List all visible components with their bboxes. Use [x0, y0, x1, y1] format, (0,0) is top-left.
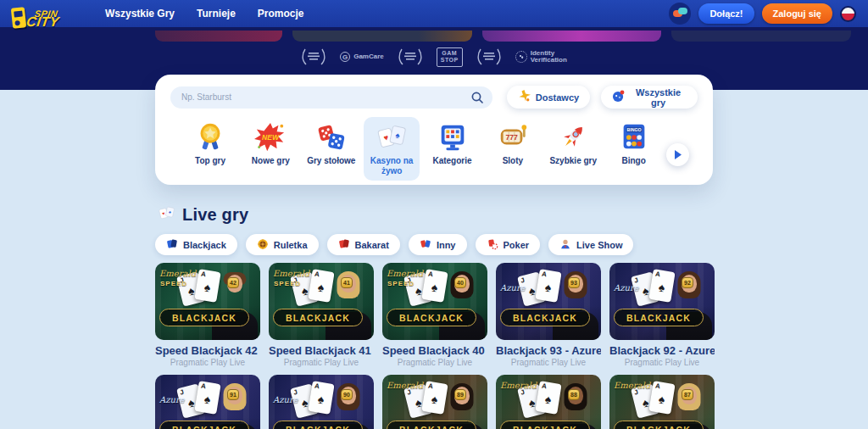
login-button[interactable]: Zaloguj się — [762, 3, 832, 24]
page: SPIN CITY Wszystkie Gry Turnieje Promocj… — [0, 0, 868, 429]
game-card[interactable]: Azure J♠ A♠ 92 BLACKJACK Blackjack 92 - … — [609, 263, 715, 367]
category-row: Top gry NEW Nowe gry Gry stołowe ♥♠ Kasy… — [170, 117, 698, 181]
live-filters-row: Blackjack Ruletka Bakarat Inny Poker Liv… — [155, 234, 633, 255]
playing-cards-icon: J♠ A♠ — [632, 270, 683, 309]
banner-sliver — [292, 31, 472, 42]
nav-link-promotions[interactable]: Promocje — [258, 8, 304, 20]
gamcare-badge: G GamCare — [340, 52, 384, 62]
category-item-gry-sto-owe[interactable]: Gry stołowe — [303, 117, 359, 170]
filter-chip-inny[interactable]: Inny — [409, 234, 467, 255]
category-item-nowe-gry[interactable]: NEW Nowe gry — [242, 117, 298, 170]
game-title: Speed Blackjack 42 - ... — [155, 344, 260, 357]
table-number-badge: 90 — [341, 389, 353, 400]
blackjack-icon — [166, 238, 178, 252]
game-brand-script: Azure — [500, 283, 526, 292]
game-name-plate: BLACKJACK — [387, 421, 476, 429]
svg-text:BINGO: BINGO — [626, 127, 641, 132]
spincity-logo[interactable]: SPIN CITY — [12, 1, 85, 35]
providers-spark-icon — [518, 90, 531, 104]
game-thumbnail: Emerald J♠ A♠ 88 BLACKJACK — [496, 375, 601, 429]
all-games-controller-icon — [612, 90, 625, 104]
support-chat-icon[interactable] — [669, 3, 691, 25]
game-card[interactable]: Emerald J♠ A♠ 87 BLACKJACK — [609, 375, 715, 429]
nav-link-tournaments[interactable]: Turnieje — [197, 8, 236, 20]
table-number-badge: 89 — [454, 389, 466, 400]
category-item-top-gry[interactable]: Top gry — [182, 117, 238, 170]
game-provider: Pragmatic Play Live — [496, 358, 601, 367]
award-laurel-icon — [476, 47, 502, 66]
game-name-plate: BLACKJACK — [387, 309, 476, 326]
banner-sliver — [155, 31, 282, 42]
filter-chip-ruletka[interactable]: Ruletka — [246, 234, 319, 255]
table-number-badge: 88 — [568, 389, 580, 400]
table-number-badge: 42 — [227, 277, 239, 288]
game-title: Blackjack 93 - Azure — [496, 344, 601, 357]
category-item-bingo[interactable]: BINGO Bingo — [606, 117, 662, 170]
award-laurel-icon — [398, 47, 423, 66]
filter-chip-blackjack[interactable]: Blackjack — [155, 234, 237, 255]
filter-chip-bakarat[interactable]: Bakarat — [327, 234, 400, 255]
roulette-icon — [257, 238, 269, 252]
banner-sliver — [671, 31, 851, 42]
search-input[interactable] — [170, 86, 492, 109]
game-thumbnail: Emerald SPEED J♠ A♠ 40 BLACKJACK — [382, 263, 487, 340]
game-name-plate: BLACKJACK — [614, 309, 704, 326]
nav-link-all-games[interactable]: Wszystkie Gry — [105, 8, 175, 20]
trust-badges-row: G GamCare GAM STOP Identity Verification — [0, 47, 868, 67]
table-number-badge: 91 — [227, 389, 239, 400]
game-card[interactable]: Emerald SPEED J♠ A♠ 41 BLACKJACK Speed B… — [269, 263, 374, 367]
medal-icon — [184, 120, 236, 154]
svg-text:777: 777 — [505, 133, 518, 142]
game-card[interactable]: Emerald SPEED J♠ A♠ 42 BLACKJACK Speed B… — [155, 263, 260, 367]
search-category-panel: Dostawcy Wszystkie gry Top gry NEW Nowe … — [155, 75, 713, 185]
game-brand-script: Azure — [273, 395, 298, 404]
gamcare-icon: G — [340, 52, 350, 62]
game-brand-script: Azure — [159, 395, 185, 404]
game-card[interactable]: Emerald J♠ A♠ 88 BLACKJACK — [496, 375, 601, 429]
game-card[interactable]: Emerald SPEED J♠ A♠ 40 BLACKJACK Speed B… — [382, 263, 487, 367]
live-show-icon — [559, 238, 571, 252]
game-thumbnail: Emerald J♠ A♠ 89 BLACKJACK — [382, 375, 487, 429]
game-thumbnail: Azure J♠ A♠ 93 BLACKJACK — [496, 263, 601, 340]
game-speed-label: SPEED — [274, 280, 301, 287]
category-item-kasyno-na-żywo[interactable]: ♥♠ Kasyno na żywo — [364, 117, 420, 181]
game-brand-script: Azure — [614, 283, 639, 292]
category-item-szybkie-gry[interactable]: Szybkie gry — [545, 117, 601, 170]
identity-verification-badge: Identity Verification — [515, 50, 567, 65]
game-thumbnail: Emerald SPEED J♠ A♠ 41 BLACKJACK — [269, 263, 374, 340]
game-name-plate: BLACKJACK — [614, 421, 704, 429]
game-provider: Pragmatic Play Live — [609, 358, 715, 367]
svg-text:NEW: NEW — [262, 133, 280, 142]
table-number-badge: 93 — [568, 277, 580, 288]
game-brand-script: Emerald — [500, 381, 537, 390]
category-item-sloty[interactable]: 777 Sloty — [485, 117, 541, 170]
identity-verification-icon — [515, 51, 527, 63]
live-section-header: ♥♠ Live gry — [158, 204, 248, 226]
slot-machine-logo-icon — [11, 7, 26, 29]
join-button[interactable]: Dołącz! — [698, 3, 754, 24]
game-brand-script: Emerald — [273, 269, 309, 278]
filter-chip-live-show[interactable]: Live Show — [548, 234, 633, 255]
game-speed-label: SPEED — [387, 280, 415, 287]
slot-machine-icon: 777 — [487, 120, 539, 154]
game-card[interactable]: Emerald J♠ A♠ 89 BLACKJACK — [382, 375, 487, 429]
search-icon[interactable] — [470, 91, 484, 104]
category-item-kategorie[interactable]: Kategorie — [425, 117, 481, 170]
game-card[interactable]: Azure J♠ A♠ 90 BLACKJACK — [269, 375, 374, 429]
banner-sliver — [482, 31, 662, 42]
categories-scroll-right-button[interactable] — [666, 143, 689, 166]
game-provider: Pragmatic Play Live — [382, 358, 487, 367]
providers-button[interactable]: Dostawcy — [507, 86, 590, 109]
filter-chip-poker[interactable]: Poker — [476, 234, 541, 255]
polish-flag-icon[interactable] — [840, 6, 856, 22]
playing-cards-icon: J♠ A♠ — [292, 382, 342, 421]
gamstop-badge: GAM STOP — [437, 47, 463, 67]
game-thumbnail: Emerald J♠ A♠ 87 BLACKJACK — [609, 375, 715, 429]
game-brand-script: Emerald — [614, 381, 650, 390]
game-thumbnail: Azure J♠ A♠ 92 BLACKJACK — [609, 263, 715, 340]
table-number-badge: 87 — [682, 389, 693, 400]
poker-icon — [487, 238, 498, 252]
all-games-button[interactable]: Wszystkie gry — [601, 86, 698, 109]
game-card[interactable]: Azure J♠ A♠ 91 BLACKJACK — [155, 375, 260, 429]
game-card[interactable]: Azure J♠ A♠ 93 BLACKJACK Blackjack 93 - … — [496, 263, 601, 367]
